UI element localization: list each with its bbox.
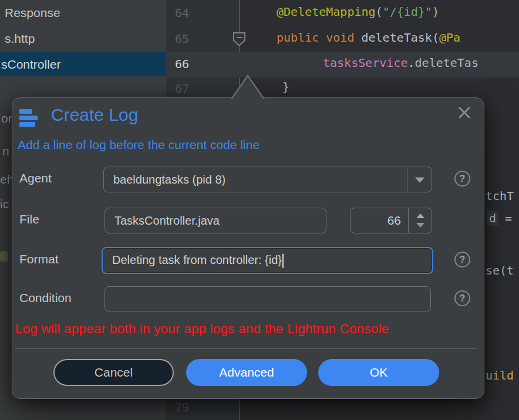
dialog-title: Create Log: [51, 105, 138, 125]
format-value: Deleting task from controller: {id}: [112, 253, 282, 266]
tree-item-fragment: ic: [0, 197, 9, 211]
line-number-spinner[interactable]: 66: [350, 208, 432, 233]
condition-input[interactable]: [105, 286, 431, 311]
chevron-down-icon: [415, 177, 424, 182]
format-help-icon[interactable]: ?: [454, 252, 470, 267]
code-fragment: d: [487, 211, 498, 225]
divider: [15, 348, 477, 349]
text-cursor: [282, 253, 284, 267]
condition-label: Condition: [19, 291, 72, 305]
gutter-number-bottom: 79: [167, 400, 189, 414]
advanced-button[interactable]: Advanced: [186, 359, 307, 386]
warning-text: Log will appear both in your app logs an…: [15, 321, 482, 337]
line-number-value: 66: [387, 214, 401, 228]
file-value: TasksController.java: [114, 214, 220, 228]
code-fragment: tchT: [486, 189, 514, 203]
agent-label: Agent: [19, 171, 52, 185]
logpoint-pin-icon[interactable]: [232, 32, 247, 49]
format-label: Format: [19, 252, 59, 266]
code-fragment: se(t: [486, 263, 514, 277]
tree-item-fragment: or: [1, 111, 12, 126]
close-icon[interactable]: [456, 104, 473, 121]
dialog-callout-arrow: [230, 74, 265, 101]
create-log-dialog: Create Log Add a line of log before the …: [12, 97, 484, 399]
agent-value: baeldungtasks (pid 8): [113, 173, 225, 187]
cancel-button[interactable]: Cancel: [53, 359, 174, 386]
code-fragment: uild: [486, 368, 514, 382]
condition-help-icon[interactable]: ?: [454, 290, 470, 306]
dialog-subtitle: Add a line of log before the current cod…: [18, 138, 260, 152]
file-label: File: [19, 212, 39, 226]
tree-icon-fragment: [0, 251, 8, 262]
spinner-down-icon[interactable]: [416, 223, 424, 228]
ok-button[interactable]: OK: [318, 359, 439, 386]
file-input[interactable]: TasksController.java: [105, 208, 326, 233]
spinner-up-icon[interactable]: [416, 214, 424, 218]
tree-item-fragment: n: [2, 144, 9, 158]
agent-dropdown-arrow-button[interactable]: [407, 167, 432, 192]
agent-help-icon[interactable]: ?: [454, 171, 470, 187]
spinner-buttons[interactable]: [408, 208, 432, 233]
log-icon: [19, 109, 38, 127]
format-input[interactable]: Deleting task from controller: {id}: [102, 247, 433, 274]
agent-dropdown[interactable]: baeldungtasks (pid 8): [103, 167, 432, 192]
ide-screen: Responses.httpsController 64656667 @Dele…: [0, 0, 519, 420]
code-fragment: =: [505, 211, 512, 225]
